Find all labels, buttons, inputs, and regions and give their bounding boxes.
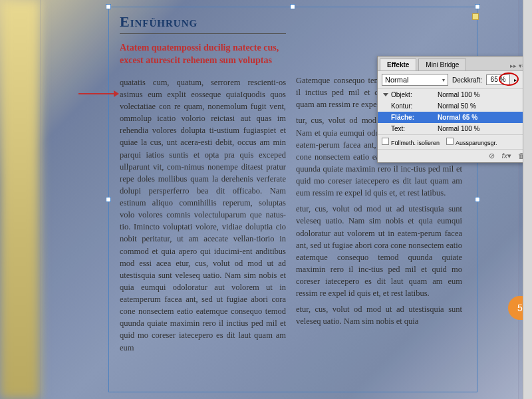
blend-row: Normal Deckkraft: 65 % ▸ [378,71,529,88]
selection-handle-tr[interactable] [475,4,480,9]
panel-tabstrip: Effekte Mini Bridge ▸▸ ▾≡ [378,57,529,71]
annotation-arrow-icon [78,93,118,94]
opacity-input[interactable]: 65 % [486,74,510,85]
fx-menu-icon[interactable]: fx▾ [501,152,511,160]
out-port-icon[interactable] [472,13,479,20]
bleed-image [0,0,40,399]
subheading: Atatem quatempossi ducilig natecte cus, … [120,42,286,67]
text-column-1: Einführung Atatem quatempossi ducilig na… [120,13,286,392]
document-canvas[interactable]: Einführung Atatem quatempossi ducilig na… [0,0,532,399]
isolate-blending-checkbox[interactable]: Füllmeth. isolieren [382,138,440,146]
opacity-flyout-icon[interactable]: ▸ [514,77,517,83]
list-row-object[interactable]: Objekt:Normal 100 % [378,89,529,100]
tab-effects[interactable]: Effekte [380,59,416,70]
selection-handle-tl[interactable] [106,4,111,9]
selection-handle-mr[interactable] [475,197,480,202]
body-text-col1: quatatis cum, quatum, serrorem rescienti… [120,76,286,354]
panel-footer: Füllmeth. isolieren Aussparungsgr. [378,134,529,149]
target-list: Objekt:Normal 100 % Kontur:Normal 50 % F… [378,88,529,134]
clear-effects-icon[interactable]: ⊘ [489,152,495,160]
panel-iconbar: ⊘ fx▾ 🗑 [378,149,529,162]
list-row-stroke[interactable]: Kontur:Normal 50 % [378,100,529,112]
knockout-group-checkbox[interactable]: Aussparungsgr. [446,138,497,146]
opacity-label: Deckkraft: [452,76,482,84]
effects-panel[interactable]: Effekte Mini Bridge ▸▸ ▾≡ Normal Deckkra… [377,56,530,163]
list-row-text[interactable]: Text:Normal 100 % [378,123,529,134]
selection-handle-ml[interactable] [106,197,111,202]
list-row-fill[interactable]: Fläche:Normal 65 % [378,112,529,123]
heading: Einführung [120,13,286,34]
right-panel-dock[interactable] [523,0,532,399]
blend-mode-select[interactable]: Normal [382,74,448,86]
selection-handle-tm[interactable] [290,4,295,9]
tab-mini-bridge[interactable]: Mini Bridge [418,59,466,70]
disclosure-icon [383,93,388,96]
